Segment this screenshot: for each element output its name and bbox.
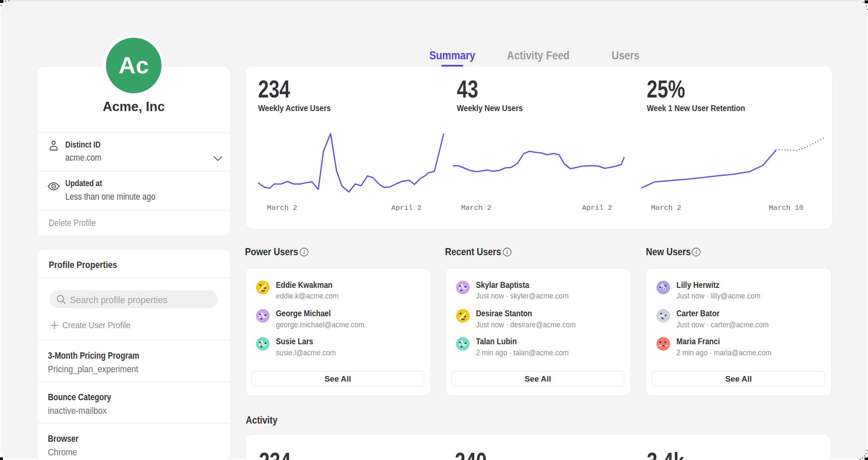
svg-text:i: i xyxy=(506,249,508,255)
svg-text:i: i xyxy=(696,249,697,255)
svg-text:i: i xyxy=(303,249,305,255)
